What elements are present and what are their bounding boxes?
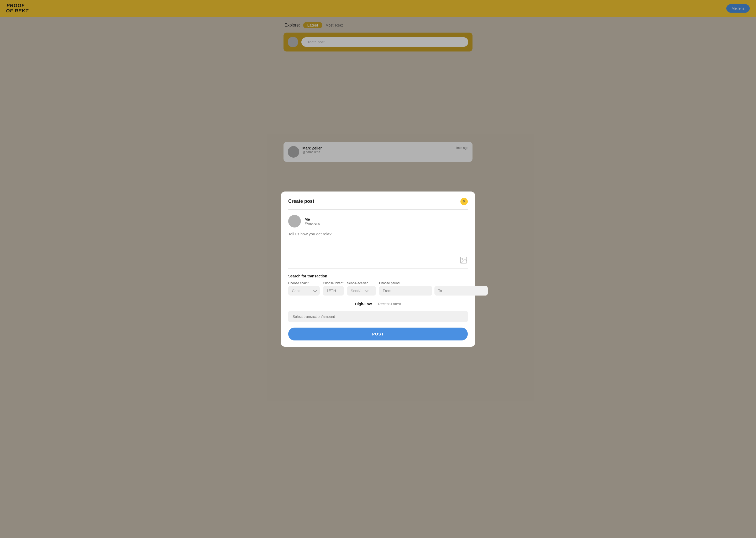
- chain-placeholder: Chain: [292, 289, 302, 293]
- user-info: Me @me.lens: [305, 217, 320, 225]
- to-input[interactable]: [435, 286, 488, 296]
- search-section-title: Search for transaction: [288, 274, 468, 278]
- image-icon[interactable]: [459, 256, 468, 264]
- user-handle: @me.lens: [305, 221, 320, 225]
- svg-point-1: [462, 258, 463, 259]
- user-name: Me: [305, 217, 320, 221]
- from-input[interactable]: [379, 286, 432, 296]
- period-label: Choose period: [379, 281, 488, 285]
- chevron-down-icon: [365, 289, 368, 292]
- avatar: [288, 215, 301, 228]
- sort-tab-recent-latest[interactable]: Recent-Latest: [378, 301, 401, 307]
- post-button[interactable]: POST: [288, 328, 468, 341]
- create-post-modal: Create post × Me @me.lens Search for tra…: [281, 191, 475, 347]
- close-button[interactable]: ×: [460, 198, 468, 205]
- transaction-input[interactable]: [288, 311, 468, 322]
- modal-user: Me @me.lens: [288, 215, 468, 228]
- modal-header: Create post ×: [288, 198, 468, 210]
- chevron-down-icon: [313, 289, 317, 292]
- send-received-placeholder: Send/...: [351, 289, 363, 293]
- sort-tab-high-low[interactable]: High-Low: [355, 301, 372, 307]
- media-row: [288, 256, 468, 269]
- modal-title: Create post: [288, 198, 314, 204]
- period-inputs: [379, 286, 488, 296]
- chain-group: Choose chain* Chain: [288, 281, 320, 296]
- modal-overlay: Create post × Me @me.lens Search for tra…: [0, 0, 756, 538]
- token-label: Choose token*: [323, 281, 344, 285]
- post-textarea[interactable]: [288, 232, 468, 253]
- form-row: Choose chain* Chain Choose token* Send/R…: [288, 281, 468, 296]
- token-input[interactable]: [323, 286, 344, 296]
- send-received-select[interactable]: Send/...: [347, 286, 376, 296]
- chain-label: Choose chain*: [288, 281, 320, 285]
- period-group: Choose period: [379, 281, 488, 296]
- token-group: Choose token*: [323, 281, 344, 296]
- chain-select[interactable]: Chain: [288, 286, 320, 296]
- sort-tabs: High-Low Recent-Latest: [288, 301, 468, 307]
- send-received-label: Send/Received: [347, 281, 376, 285]
- send-received-group: Send/Received Send/...: [347, 281, 376, 296]
- search-section: Search for transaction Choose chain* Cha…: [288, 274, 468, 296]
